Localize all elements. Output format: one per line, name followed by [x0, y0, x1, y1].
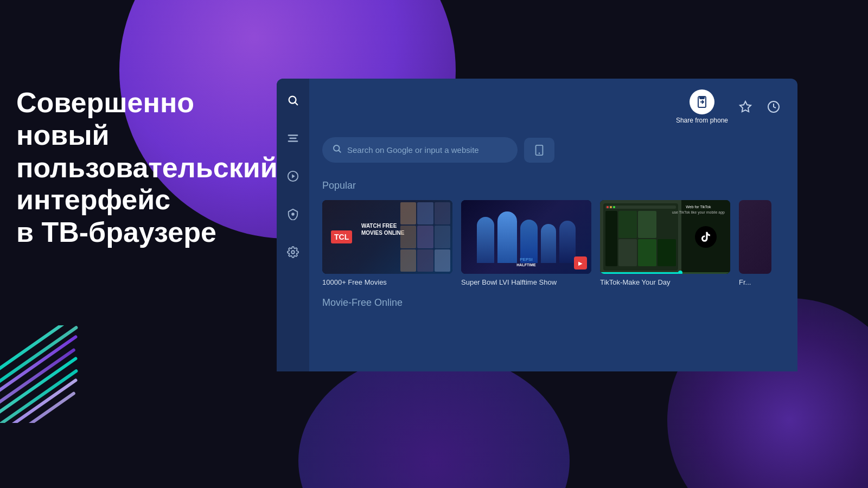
svg-marker-12 — [740, 101, 751, 112]
card-tcl-label: 10000+ Free Movies — [322, 278, 452, 286]
svg-point-8 — [291, 251, 295, 254]
popular-section-title: Popular — [322, 180, 784, 191]
tcl-logo: TCL — [331, 230, 352, 243]
browser-main: Share from phone — [309, 79, 797, 371]
card-superbowl[interactable]: PEPSI HALFTIME ▶ Super Bowl LVI Halftime… — [461, 200, 591, 286]
bg-circle-bottom-mid — [298, 352, 570, 488]
share-icon — [690, 89, 714, 114]
search-bar-icon — [332, 144, 342, 156]
tiktok-logo — [695, 226, 717, 248]
topbar-icons: Share from phone — [676, 89, 784, 124]
history-button[interactable] — [763, 96, 784, 118]
sidebar-item-play[interactable] — [282, 165, 304, 187]
sidebar-item-shield[interactable] — [282, 203, 304, 225]
movie-section-title: Movie-Free Online — [322, 297, 784, 309]
phone-input-button[interactable] — [524, 138, 554, 163]
sidebar-item-settings[interactable] — [282, 241, 304, 263]
search-row: Search on Google or input a website — [322, 137, 784, 163]
card-tiktok[interactable]: Web for TikTokuse TikTok like your mobil… — [600, 200, 730, 286]
tiktok-overlay-text: Web for TikTokuse TikTok like your mobil… — [672, 204, 725, 215]
tcl-grid — [398, 200, 452, 274]
svg-rect-10 — [700, 97, 704, 99]
card-tcl[interactable]: TCL WATCH FREEMOVIES ONLINE — [322, 200, 452, 286]
card-tcl-thumb: TCL WATCH FREEMOVIES ONLINE — [322, 200, 452, 274]
tiktok-right-panel: Web for TikTokuse TikTok like your mobil… — [681, 200, 730, 274]
svg-point-7 — [292, 213, 294, 215]
sidebar-item-menu[interactable] — [282, 127, 304, 149]
card-tiktok-thumb: Web for TikTokuse TikTok like your mobil… — [600, 200, 730, 274]
card-superbowl-label: Super Bowl LVI Halftime Show — [461, 278, 591, 286]
play-overlay: ▶ — [574, 256, 587, 269]
svg-marker-6 — [292, 174, 295, 178]
card-superbowl-thumb: PEPSI HALFTIME ▶ — [461, 200, 591, 274]
browser-topbar: Share from phone — [322, 89, 784, 124]
favorites-button[interactable] — [735, 96, 756, 118]
share-label: Share from phone — [676, 117, 728, 124]
bowl-pepsi-text: PEPSI HALFTIME — [516, 256, 535, 267]
svg-line-1 — [295, 102, 297, 105]
card-tiktok-label: TikTok-Make Your Day — [600, 278, 730, 286]
search-placeholder: Search on Google or input a website — [347, 145, 479, 155]
tiktok-left-panel — [600, 200, 681, 274]
share-from-phone-button[interactable]: Share from phone — [676, 89, 728, 124]
decorative-stripes — [0, 325, 114, 423]
card-fr-thumb — [739, 200, 771, 274]
browser-window: Share from phone — [277, 79, 797, 371]
svg-line-15 — [339, 150, 340, 152]
search-bar[interactable]: Search on Google or input a website — [322, 137, 518, 163]
browser-sidebar — [277, 79, 309, 371]
card-fr[interactable]: Fr... — [739, 200, 771, 286]
hero-text: Совершенно новый пользовательский интерф… — [16, 87, 255, 249]
sidebar-item-search[interactable] — [282, 89, 304, 111]
popular-cards-row: TCL WATCH FREEMOVIES ONLINE — [322, 200, 784, 286]
card-fr-label: Fr... — [739, 278, 771, 286]
